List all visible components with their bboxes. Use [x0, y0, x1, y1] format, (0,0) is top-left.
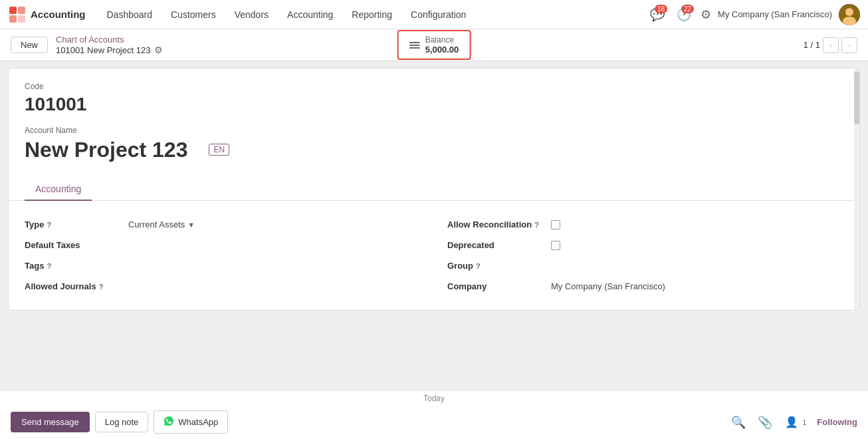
account-name-section: Account Name New Project 123: [25, 126, 187, 173]
balance-text: Balance 5,000.00: [425, 35, 459, 55]
svg-rect-1: [18, 7, 25, 14]
default-taxes-label: Default Taxes: [25, 240, 118, 250]
breadcrumb-parent-link[interactable]: Chart of Accounts: [56, 35, 163, 45]
pagination: 1 / 1 ‹ ›: [804, 37, 857, 53]
send-message-button[interactable]: Send message: [11, 412, 90, 432]
following-button[interactable]: Following: [817, 417, 857, 427]
record-settings-icon[interactable]: ⚙: [154, 45, 163, 55]
svg-rect-2: [9, 15, 17, 23]
log-note-button[interactable]: Log note: [95, 412, 149, 432]
balance-lines-icon: [409, 42, 420, 49]
company-field-label: Company: [447, 281, 540, 291]
type-select[interactable]: Current Assets ▼: [128, 220, 421, 229]
app-logo[interactable]: [8, 5, 27, 24]
new-button[interactable]: New: [11, 37, 48, 53]
svg-rect-3: [18, 15, 25, 23]
bottom-bar: Send message Log note WhatsApp 🔍 📎 👤 1 F…: [0, 404, 868, 439]
breadcrumb-bar: New Chart of Accounts 101001 New Project…: [0, 29, 868, 61]
balance-label: Balance: [425, 35, 459, 45]
group-help-icon[interactable]: ?: [476, 262, 481, 270]
field-allowed-journals: Allowed Journals ?: [25, 276, 421, 297]
today-label: Today: [0, 390, 868, 406]
deprecated-checkbox[interactable]: [551, 241, 560, 250]
balance-button-wrapper: Balance 5,000.00: [397, 30, 471, 60]
deprecated-label: Deprecated: [447, 240, 540, 250]
user-avatar[interactable]: [839, 4, 860, 25]
whatsapp-icon: [163, 416, 174, 428]
search-messages-icon[interactable]: 🔍: [729, 413, 748, 432]
account-name-value[interactable]: New Project 123: [25, 138, 187, 162]
field-group: Group ?: [447, 255, 843, 276]
field-tags: Tags ?: [25, 255, 421, 276]
top-navigation: Accounting Dashboard Customers Vendors A…: [0, 0, 868, 29]
pagination-count: 1 / 1: [804, 40, 820, 50]
form-fields: Type ? Current Assets ▼ Default Taxes Ta…: [9, 201, 859, 310]
type-dropdown-arrow: ▼: [187, 221, 195, 229]
menu-vendors[interactable]: Vendors: [227, 5, 276, 24]
balance-button[interactable]: Balance 5,000.00: [397, 30, 471, 60]
menu-dashboard[interactable]: Dashboard: [99, 5, 161, 24]
breadcrumb-current-text: 101001 New Project 123: [56, 45, 150, 55]
reconciliation-help-icon[interactable]: ?: [534, 221, 539, 229]
svg-point-5: [845, 8, 853, 16]
svg-rect-0: [9, 7, 17, 14]
main-menu: Dashboard Customers Vendors Accounting R…: [99, 5, 648, 24]
tags-help-icon[interactable]: ?: [47, 262, 51, 270]
menu-configuration[interactable]: Configuration: [403, 5, 474, 24]
tabs-row: Accounting: [9, 178, 859, 201]
prev-page-button[interactable]: ‹: [823, 37, 839, 53]
followers-icon[interactable]: 👤: [782, 413, 801, 432]
balance-amount: 5,000.00: [425, 45, 459, 55]
type-value: Current Assets: [128, 220, 185, 229]
field-deprecated: Deprecated: [447, 235, 843, 255]
code-value[interactable]: 101001: [25, 94, 843, 115]
allowed-journals-label: Allowed Journals ?: [25, 281, 118, 291]
allowed-journals-help-icon[interactable]: ?: [99, 283, 104, 291]
chat-notification[interactable]: 💬 18: [647, 5, 667, 25]
app-name: Accounting: [31, 9, 86, 20]
scrollbar-track: [854, 69, 859, 310]
field-default-taxes: Default Taxes: [25, 235, 421, 255]
whatsapp-label: WhatsApp: [178, 417, 218, 427]
field-company: Company My Company (San Francisco): [447, 276, 843, 297]
right-fields: Allow Reconciliation ? Deprecated Group …: [447, 214, 843, 297]
group-label: Group ?: [447, 261, 540, 271]
activity-badge: 22: [681, 5, 694, 13]
field-allow-reconciliation: Allow Reconciliation ?: [447, 214, 843, 235]
followers-section: 👤 1: [782, 413, 809, 432]
activity-notification[interactable]: 🕐 22: [674, 5, 694, 25]
breadcrumb: Chart of Accounts 101001 New Project 123…: [56, 35, 163, 55]
chat-badge: 18: [655, 5, 667, 13]
menu-customers[interactable]: Customers: [163, 5, 224, 24]
tags-label: Tags ?: [25, 261, 118, 271]
left-fields: Type ? Current Assets ▼ Default Taxes Ta…: [25, 214, 421, 297]
form-header: Code 101001 Account Name New Project 123…: [9, 69, 859, 173]
allow-reconciliation-label: Allow Reconciliation ?: [447, 220, 540, 229]
next-page-button[interactable]: ›: [841, 37, 857, 53]
attachment-icon[interactable]: 📎: [756, 413, 774, 432]
code-label: Code: [25, 82, 843, 91]
company-name[interactable]: My Company (San Francisco): [718, 9, 832, 19]
scrollbar-thumb[interactable]: [854, 71, 859, 124]
field-type: Type ? Current Assets ▼: [25, 214, 421, 235]
language-badge[interactable]: EN: [209, 144, 229, 156]
field-type-label: Type ?: [25, 220, 118, 229]
breadcrumb-current: 101001 New Project 123 ⚙: [56, 45, 163, 55]
allow-reconciliation-checkbox[interactable]: [551, 220, 560, 229]
account-name-label: Account Name: [25, 126, 187, 135]
menu-accounting[interactable]: Accounting: [279, 5, 341, 24]
type-help-icon[interactable]: ?: [47, 221, 51, 229]
menu-reporting[interactable]: Reporting: [344, 5, 400, 24]
settings-icon[interactable]: ⚙: [701, 7, 711, 22]
follower-count: 1: [802, 418, 806, 426]
company-field-value: My Company (San Francisco): [551, 281, 843, 291]
tab-accounting[interactable]: Accounting: [25, 178, 92, 201]
whatsapp-button[interactable]: WhatsApp: [154, 410, 228, 434]
topnav-right: 💬 18 🕐 22 ⚙ My Company (San Francisco): [647, 4, 860, 25]
bottom-right-actions: 🔍 📎 👤 1 Following: [729, 413, 857, 432]
